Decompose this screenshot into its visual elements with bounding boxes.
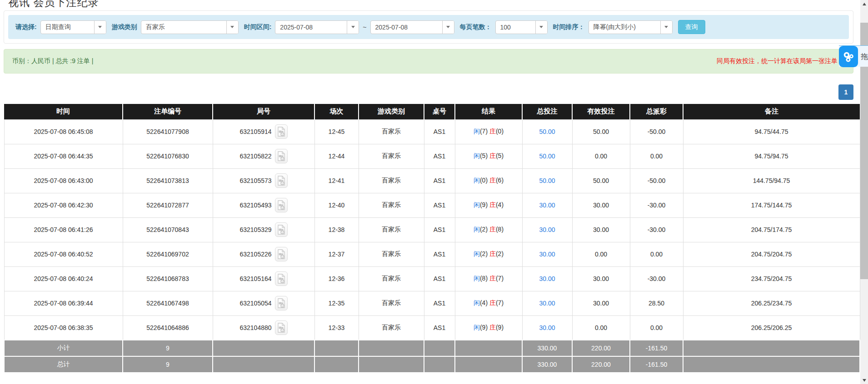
- table-body: 2025-07-08 06:45:08522641077908632105914…: [4, 119, 860, 373]
- drag-label: 拖: [861, 52, 868, 62]
- player-result-label: 闲: [474, 275, 480, 282]
- cell-valid-bet: 30.00: [572, 291, 630, 315]
- cell-game: 百家乐: [359, 291, 424, 315]
- cell-session: 12-40: [314, 193, 359, 217]
- cell-round: 632105822: [213, 144, 314, 168]
- cell-bet-id: 522641070843: [123, 217, 213, 242]
- date-to-select[interactable]: 2025-07-08: [370, 20, 454, 34]
- cell-session: 12-35: [314, 291, 359, 315]
- cell-time: 2025-07-08 06:41:26: [4, 217, 123, 242]
- table-row: 2025-07-08 06:40:24522641068783632105164…: [4, 266, 860, 291]
- cell-table-no: AS1: [424, 291, 455, 315]
- time-sort-select[interactable]: 降幂(由大到小): [589, 20, 673, 34]
- total-bet-link[interactable]: 30.00: [539, 324, 555, 331]
- chevron-down-icon[interactable]: [94, 21, 106, 34]
- query-button[interactable]: 查询: [678, 20, 705, 34]
- game-category-select[interactable]: 百家乐: [141, 20, 239, 34]
- page: 视讯 会员下注纪录 请选择: 日期查询 游戏类别 百家乐 时间区间: 2025-…: [0, 0, 868, 384]
- chevron-down-icon[interactable]: [442, 21, 454, 34]
- video-replay-button[interactable]: [275, 198, 288, 212]
- cell-time: 2025-07-08 06:43:00: [4, 168, 123, 193]
- subtotal-row-cell: 330.00: [522, 340, 572, 356]
- column-header: 备注: [683, 104, 860, 119]
- total-row-cell: 330.00: [522, 356, 572, 373]
- video-replay-button[interactable]: [275, 247, 288, 261]
- subtotal-row-cell: [683, 340, 860, 356]
- page-1-button[interactable]: 1: [838, 84, 853, 100]
- scroll-down-button[interactable]: [860, 376, 868, 384]
- cell-payout: 28.50: [630, 291, 683, 315]
- player-result-label: 闲: [474, 250, 480, 257]
- game-category-label: 游戏类别: [112, 23, 137, 31]
- video-file-icon: [277, 176, 285, 186]
- chevron-down-icon[interactable]: [347, 21, 359, 34]
- round-number: 632105914: [239, 128, 271, 135]
- column-header: 总派彩: [630, 104, 683, 119]
- video-replay-button[interactable]: [275, 296, 288, 310]
- date-from-select[interactable]: 2025-07-08: [275, 20, 359, 34]
- video-replay-button[interactable]: [275, 320, 288, 335]
- column-header: 注单编号: [123, 104, 213, 119]
- cell-valid-bet: 30.00: [572, 266, 630, 291]
- player-result-label: 闲: [474, 177, 480, 184]
- cell-remark: 234.75/204.75: [683, 266, 860, 291]
- total-bet-link[interactable]: 50.00: [539, 128, 555, 135]
- chevron-down-icon[interactable]: [226, 21, 238, 34]
- cell-bet-id: 522641077908: [123, 119, 213, 144]
- subtotal-row-cell: 220.00: [572, 340, 630, 356]
- total-bet-link[interactable]: 30.00: [539, 226, 555, 233]
- time-range-label: 时间区间:: [244, 23, 272, 31]
- total-bet-link[interactable]: 30.00: [539, 275, 555, 282]
- cell-result: 闲(9) 庄(9): [455, 315, 522, 340]
- cell-time: 2025-07-08 06:42:30: [4, 193, 123, 217]
- banker-result-label: 庄: [489, 275, 496, 282]
- cell-table-no: AS1: [424, 217, 455, 242]
- total-bet-link[interactable]: 30.00: [539, 251, 555, 258]
- total-bet-link[interactable]: 50.00: [539, 153, 555, 160]
- column-header: 场次: [314, 104, 359, 119]
- cell-payout: -50.00: [630, 119, 683, 144]
- drag-widget: 拖: [839, 45, 868, 67]
- video-replay-button[interactable]: [275, 271, 288, 286]
- column-header: 时间: [4, 104, 123, 119]
- cell-valid-bet: 50.00: [572, 168, 630, 193]
- scroll-up-button[interactable]: [860, 0, 868, 8]
- cloud-share-button[interactable]: [839, 46, 858, 67]
- video-replay-button[interactable]: [275, 222, 288, 237]
- cell-round: 632105573: [213, 168, 314, 193]
- total-bet-link[interactable]: 50.00: [539, 177, 555, 184]
- cell-time: 2025-07-08 06:45:08: [4, 119, 123, 144]
- date-from-value: 2025-07-08: [275, 21, 347, 34]
- total-row-cell: -161.50: [630, 356, 683, 373]
- video-replay-button[interactable]: [275, 124, 288, 139]
- chevron-down-icon[interactable]: [660, 21, 672, 34]
- cell-remark: 94.75/94.75: [683, 144, 860, 168]
- video-replay-button[interactable]: [275, 149, 288, 163]
- cell-session: 12-45: [314, 119, 359, 144]
- summary-bar: 币别：人民币 | 总共 :9 注单 | 同局有效投注，统一计算在该局第一张注单: [4, 49, 853, 74]
- total-bet-link[interactable]: 30.00: [539, 300, 555, 307]
- cell-result: 闲(4) 庄(7): [455, 291, 522, 315]
- cell-result: 闲(2) 庄(8): [455, 217, 522, 242]
- cell-payout: -30.00: [630, 217, 683, 242]
- video-file-icon: [277, 298, 285, 308]
- query-type-select[interactable]: 日期查询: [40, 20, 106, 34]
- cell-result: 闲(2) 庄(2): [455, 242, 522, 266]
- banker-result-score: (8): [496, 226, 504, 233]
- page-size-select[interactable]: 100: [495, 20, 548, 34]
- banker-result-score: (4): [496, 201, 504, 208]
- chevron-down-icon[interactable]: [535, 21, 547, 34]
- cell-table-no: AS1: [424, 193, 455, 217]
- total-bet-link[interactable]: 30.00: [539, 202, 555, 209]
- filter-panel: 请选择: 日期查询 游戏类别 百家乐 时间区间: 2025-07-08 ~ 20…: [4, 10, 853, 44]
- cell-valid-bet: 30.00: [572, 217, 630, 242]
- video-replay-button[interactable]: [275, 173, 288, 188]
- cell-valid-bet: 30.00: [572, 193, 630, 217]
- total-row-cell: [359, 356, 424, 373]
- subtotal-row-cell: [314, 340, 359, 356]
- table-header-row: 时间注单编号局号场次游戏类别桌号结果总投注有效投注总派彩备注: [4, 104, 860, 119]
- player-result-score: (7): [480, 128, 489, 135]
- cell-remark: 144.75/94.75: [683, 168, 860, 193]
- cell-time: 2025-07-08 06:40:52: [4, 242, 123, 266]
- cell-total-bet: 30.00: [522, 266, 572, 291]
